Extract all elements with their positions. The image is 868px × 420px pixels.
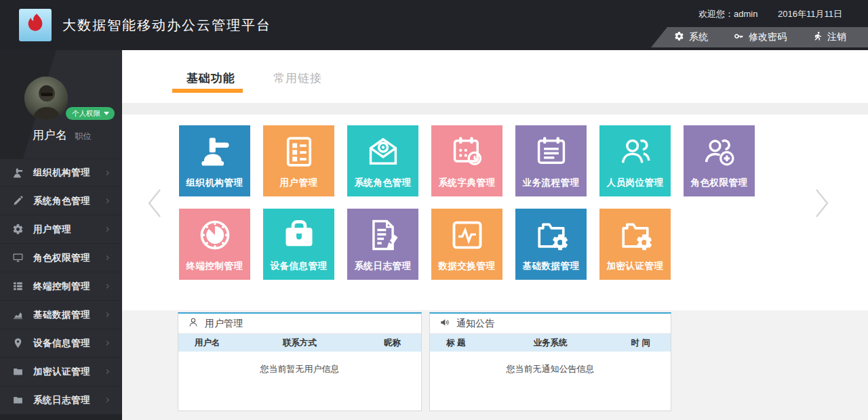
users-table-header: 用户名 联系方式 昵称 xyxy=(178,334,421,352)
chevron-right-icon xyxy=(104,197,111,205)
welcome-text: 欢迎您：admin xyxy=(698,9,757,19)
chart-icon xyxy=(12,309,26,321)
tab-basic-functions[interactable]: 基础功能 xyxy=(186,70,235,86)
monitor-icon xyxy=(12,252,26,264)
tile-label: 人员岗位管理 xyxy=(599,177,671,189)
tile-user-management[interactable]: 用户管理 xyxy=(263,125,334,196)
tiles-row-2: 终端控制管理 设备信息管理 系统日志管理 数据交换管理 基础数据管理 加密认证管… xyxy=(179,209,671,280)
notices-panel-header: 通知公告 xyxy=(430,314,671,334)
tile-system-roles[interactable]: 系统角色管理 xyxy=(347,125,418,196)
flame-logo-icon xyxy=(24,12,47,38)
chevron-right-icon xyxy=(104,226,111,233)
gauge-icon xyxy=(179,215,250,255)
chevron-right-icon xyxy=(104,311,111,318)
user-role: 职位 xyxy=(75,131,91,141)
monitor-wave-icon xyxy=(431,215,502,255)
sidebar-item-label: 组织机构管理 xyxy=(33,167,104,179)
tile-system-logs[interactable]: 系统日志管理 xyxy=(347,209,418,280)
chevron-right-icon xyxy=(104,254,111,261)
tile-label: 终端控制管理 xyxy=(179,260,250,272)
sidebar-item-label: 系统日志管理 xyxy=(33,394,104,406)
chevron-right-icon xyxy=(104,339,111,347)
sidebar-item-system-logs[interactable]: 系统日志管理 xyxy=(0,386,122,415)
tile-system-dictionary[interactable]: 系统字典管理 xyxy=(431,125,502,196)
sidebar-item-org-management[interactable]: 组织机构管理 xyxy=(0,159,122,187)
sidebar-item-base-data[interactable]: 基础数据管理 xyxy=(0,301,122,329)
bottom-panels-band: 用户管理 用户名 联系方式 昵称 您当前暂无用户信息 通知公告 标 题 业务系统… xyxy=(122,310,868,420)
app-window: 大数据智能移动办公云管理平台 欢迎您：admin 2016年11月11日 系统 … xyxy=(0,0,868,420)
sidebar-item-role-permissions[interactable]: 角色权限管理 xyxy=(0,244,122,272)
tile-base-data[interactable]: 基础数据管理 xyxy=(515,209,587,280)
avatar xyxy=(24,77,68,120)
tile-role-permissions[interactable]: 角色权限管理 xyxy=(684,125,755,196)
sidebar-item-label: 用户管理 xyxy=(33,224,104,236)
welcome-line: 欢迎您：admin 2016年11月11日 xyxy=(698,8,842,20)
grid-icon xyxy=(12,280,26,293)
sidebar-item-terminal-control[interactable]: 终端控制管理 xyxy=(0,272,122,301)
avatar-photo xyxy=(24,77,68,120)
checklist-icon xyxy=(263,132,334,171)
tile-org-management[interactable]: 组织机构管理 xyxy=(179,125,250,196)
carousel-right-arrow[interactable] xyxy=(814,188,830,218)
tile-device-info[interactable]: 设备信息管理 xyxy=(263,209,334,280)
change-password-button[interactable]: 修改密码 xyxy=(734,31,787,43)
users-panel-title: 用户管理 xyxy=(205,318,243,330)
sidebar-item-device-info[interactable]: 设备信息管理 xyxy=(0,329,122,358)
notices-panel-title: 通知公告 xyxy=(456,318,494,330)
mail-at-icon xyxy=(347,132,418,171)
sidebar-item-label: 终端控制管理 xyxy=(33,280,104,293)
pencil-icon xyxy=(12,195,26,207)
tab-common-links[interactable]: 常用链接 xyxy=(273,70,322,86)
header-toolbar: 系统 修改密码 注销 xyxy=(651,27,868,47)
tile-terminal-control[interactable]: 终端控制管理 xyxy=(179,209,250,280)
header-bar: 大数据智能移动办公云管理平台 欢迎您：admin 2016年11月11日 系统 … xyxy=(0,0,868,50)
column-contact: 联系方式 xyxy=(255,337,344,349)
logout-label: 注销 xyxy=(827,31,846,43)
sidebar-item-system-roles[interactable]: 系统角色管理 xyxy=(0,187,122,215)
chevron-right-icon xyxy=(104,368,111,375)
folder-icon xyxy=(12,394,26,406)
tile-data-exchange[interactable]: 数据交换管理 xyxy=(431,209,502,280)
column-nickname: 昵称 xyxy=(344,337,412,349)
tile-label: 组织机构管理 xyxy=(179,177,250,189)
notices-panel: 通知公告 标 题 业务系统 时 间 您当前无通知公告信息 xyxy=(429,312,671,411)
tile-label: 数据交换管理 xyxy=(431,260,502,272)
sidebar-item-label: 加密认证管理 xyxy=(33,366,104,378)
speaker-icon xyxy=(439,317,450,330)
tile-business-process[interactable]: 业务流程管理 xyxy=(515,125,587,196)
sidebar-item-label: 系统角色管理 xyxy=(33,195,104,207)
tile-personnel-posts[interactable]: 人员岗位管理 xyxy=(599,125,671,196)
active-tab-underline xyxy=(172,89,243,93)
divider-strip xyxy=(122,103,868,114)
tile-label: 系统字典管理 xyxy=(431,177,502,189)
carousel-left-arrow[interactable] xyxy=(146,188,163,218)
gavel-icon xyxy=(179,132,250,171)
sidebar-item-encryption-auth[interactable]: 加密认证管理 xyxy=(0,358,122,386)
people-plus-icon xyxy=(684,132,755,171)
sidebar-item-label: 角色权限管理 xyxy=(33,252,104,264)
system-button[interactable]: 系统 xyxy=(674,31,708,43)
key-icon xyxy=(734,31,744,43)
people-icon xyxy=(599,132,671,171)
folder-icon xyxy=(12,366,26,378)
caret-down-icon xyxy=(104,112,109,115)
person-icon xyxy=(188,317,199,330)
change-password-label: 修改密码 xyxy=(749,31,787,43)
main-content: 基础功能 常用链接 组织机构管理 用户管理 系统角色管理 xyxy=(122,50,868,420)
pin-icon xyxy=(12,337,26,350)
personal-permission-dropdown[interactable]: 个人权限 xyxy=(66,107,115,120)
app-title: 大数据智能移动办公云管理平台 xyxy=(62,0,271,50)
logout-button[interactable]: 注销 xyxy=(812,31,846,43)
column-business-system: 业务系统 xyxy=(506,337,595,349)
tile-encryption-auth[interactable]: 加密认证管理 xyxy=(599,209,671,280)
user-name: 用户名 xyxy=(33,129,67,142)
sidebar-footer xyxy=(0,415,122,420)
calendar-clock-icon xyxy=(431,132,502,171)
tiles-row-1: 组织机构管理 用户管理 系统角色管理 系统字典管理 业务流程管理 人员岗位管理 xyxy=(179,125,755,196)
doc-pen-icon xyxy=(347,215,418,255)
permission-badge-label: 个人权限 xyxy=(72,109,100,119)
sidebar-item-user-management[interactable]: 用户管理 xyxy=(0,215,122,244)
column-time: 时 间 xyxy=(595,337,661,349)
tile-label: 角色权限管理 xyxy=(684,177,755,189)
profile-section: 个人权限 用户名 职位 xyxy=(0,50,122,159)
